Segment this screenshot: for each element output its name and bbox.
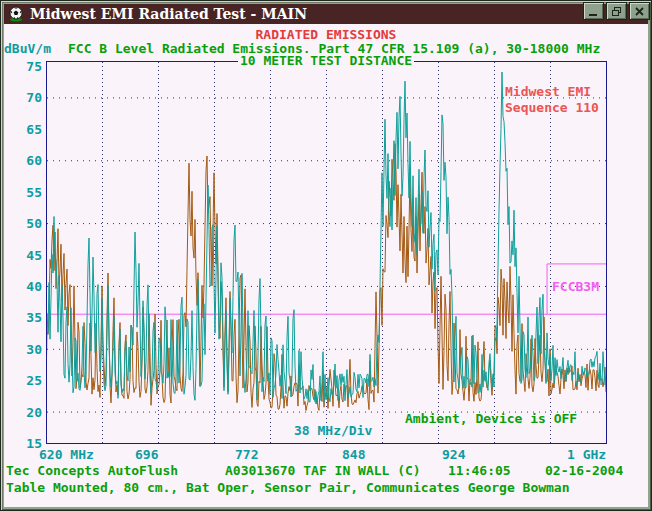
y-tick-label: 35	[4, 310, 42, 325]
y-tick-label: 70	[4, 90, 42, 105]
close-icon	[633, 6, 646, 17]
y-tick-label: 15	[4, 436, 42, 451]
source-annotation-line1: Midwest EMI	[505, 85, 591, 99]
x-tick-label: 848	[342, 448, 365, 462]
client-area: RADIATED EMISSIONS dBuV/m FCC B Level Ra…	[4, 24, 648, 507]
y-tick-label: 45	[4, 248, 42, 263]
emissions-plot	[46, 61, 607, 444]
close-button[interactable]	[629, 2, 650, 20]
status-setup-description: Table Mounted, 80 cm., Bat Oper, Sensor …	[6, 481, 570, 495]
y-tick-label: 50	[4, 216, 42, 231]
x-tick-label: 620 MHz	[39, 448, 94, 462]
y-tick-label: 65	[4, 122, 42, 137]
y-tick-label: 20	[4, 405, 42, 420]
minimize-icon	[587, 6, 600, 17]
x-tick-label: 1 GHz	[567, 448, 606, 462]
status-operator: Tec Concepts AutoFlush	[6, 464, 178, 478]
y-tick-label: 55	[4, 185, 42, 200]
y-tick-label: 40	[4, 279, 42, 294]
x-tick-label: 696	[135, 448, 158, 462]
y-tick-label: 60	[4, 153, 42, 168]
limit-line-label: FCCB3M	[552, 280, 599, 294]
status-time: 11:46:05	[448, 464, 511, 478]
x-tick-label: 772	[235, 448, 258, 462]
page-title: RADIATED EMISSIONS	[4, 28, 648, 42]
minimize-button[interactable]	[583, 2, 604, 20]
y-tick-label: 30	[4, 342, 42, 357]
source-annotation-line2: Sequence 110	[505, 101, 599, 115]
test-distance-label: 10 METER TEST DISTANCE	[4, 54, 648, 68]
app-soccer-ball-icon[interactable]	[8, 6, 24, 22]
title-bar: Midwest EMI Radiated Test - MAIN	[4, 4, 648, 24]
restore-icon	[610, 6, 623, 17]
status-device-id: A03013670 TAF IN WALL (C)	[225, 464, 421, 478]
y-tick-label: 25	[4, 373, 42, 388]
status-date: 02-16-2004	[545, 464, 623, 478]
window-title: Midwest EMI Radiated Test - MAIN	[30, 4, 307, 24]
ambient-note: Ambient, Device is OFF	[405, 412, 577, 426]
restore-button[interactable]	[606, 2, 627, 20]
x-tick-label: 924	[442, 448, 465, 462]
frequency-per-division-label: 38 MHz/Div	[294, 424, 372, 438]
